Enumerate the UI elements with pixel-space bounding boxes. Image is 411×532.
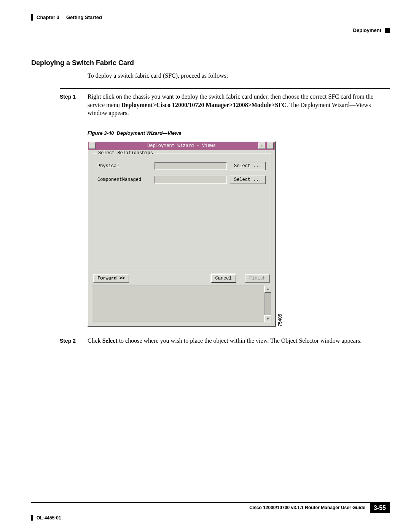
step-2-body: Click Select to choose where you wish to… <box>88 337 390 345</box>
maximize-icon[interactable]: □ <box>267 142 274 149</box>
footer-rule <box>31 502 390 503</box>
row-component-label: ComponentManaged <box>97 177 155 182</box>
row-physical-label: Physical <box>97 163 155 169</box>
wizard-titlebar: — Deployment Wizard - Views ▫ □ <box>88 142 275 150</box>
step-divider <box>60 88 390 89</box>
scroll-down-icon[interactable]: ▼ <box>264 315 271 322</box>
row-component: ComponentManaged Select ... <box>97 176 266 184</box>
window-menu-icon[interactable]: — <box>89 142 96 149</box>
figure-image-id: 75405 <box>277 313 283 326</box>
scroll-track[interactable] <box>264 292 271 315</box>
relationships-group: Select Relationships Physical Select ...… <box>92 153 271 267</box>
step-1-label: Step 1 <box>60 93 88 117</box>
chapter-title: Getting Started <box>66 14 102 20</box>
step-1: Step 1 Right click on the chassis you wa… <box>60 93 390 117</box>
cancel-rest: ancel <box>218 276 232 281</box>
chapter-number: Chapter 3 <box>37 14 59 20</box>
step-2: Step 2 Click Select to choose where you … <box>60 337 390 345</box>
row-component-field <box>155 176 227 184</box>
log-textarea <box>92 286 264 322</box>
step-2-text-pre: Click <box>88 337 102 344</box>
select-physical-button[interactable]: Select ... <box>230 162 266 170</box>
figure-label: Figure 3-40 <box>88 130 114 136</box>
step-2-text-post: to choose where you wish to place the ob… <box>118 337 362 344</box>
header-right: Deployment <box>31 27 390 33</box>
header-left: Chapter 3 Getting Started <box>31 14 390 21</box>
footer-marker <box>31 515 33 521</box>
row-physical: Physical Select ... <box>97 162 266 170</box>
forward-rest: orward >> <box>100 276 125 281</box>
wizard-title: Deployment Wizard - Views <box>88 143 275 149</box>
figure-caption: Figure 3-40 Deployment Wizard—Views <box>88 130 390 136</box>
header-marker <box>31 14 33 21</box>
wizard-action-row: Forward >> Cancel Finish <box>88 270 275 284</box>
footer-guide-title: Cisco 12000/10700 v3.1.1 Router Manager … <box>249 505 365 510</box>
step-2-bold: Select <box>102 337 118 344</box>
footer-doc-id: OL-4455-01 <box>37 515 61 521</box>
wizard-window: — Deployment Wizard - Views ▫ □ Select R… <box>88 141 276 327</box>
row-physical-field <box>155 162 227 170</box>
section-intro: To deploy a switch fabric card (SFC), pr… <box>88 72 390 79</box>
wizard-log: ▲ ▼ <box>92 286 271 322</box>
select-component-button[interactable]: Select ... <box>230 176 266 184</box>
section-title: Deploying a Switch Fabric Card <box>31 59 390 67</box>
log-scrollbar[interactable]: ▲ ▼ <box>264 286 271 322</box>
step-1-menu-path: Deployment>Cisco 12000/10720 Manager>120… <box>121 102 287 108</box>
scroll-up-icon[interactable]: ▲ <box>264 286 271 292</box>
forward-button[interactable]: Forward >> <box>93 274 129 283</box>
header-section: Deployment <box>353 27 381 33</box>
step-1-body: Right click on the chassis you want to d… <box>88 93 390 117</box>
figure-title: Deployment Wizard—Views <box>117 130 182 136</box>
page-footer: Cisco 12000/10700 v3.1.1 Router Manager … <box>31 502 390 521</box>
cancel-button[interactable]: Cancel <box>211 274 236 283</box>
group-legend: Select Relationships <box>97 150 155 156</box>
minimize-icon[interactable]: ▫ <box>258 142 265 149</box>
header-bullet <box>385 28 390 33</box>
page-number-badge: 3-55 <box>370 503 390 513</box>
finish-button: Finish <box>245 274 270 283</box>
step-2-label: Step 2 <box>60 337 88 345</box>
